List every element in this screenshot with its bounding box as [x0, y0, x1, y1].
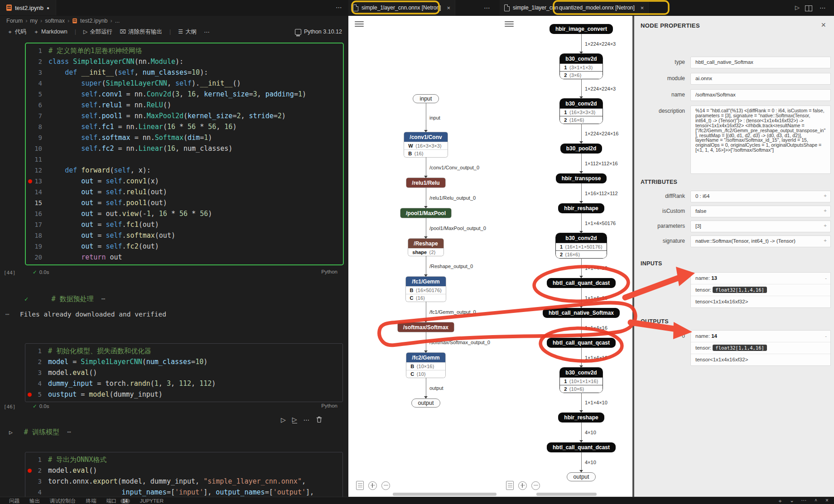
horizontal-scrollbar[interactable]	[393, 493, 497, 496]
code-line[interactable]: 9 self.softmax = nn.Softmax(dim=1)	[26, 132, 343, 143]
graph-node-b30-conv2d[interactable]: b30_conv2d1⟨10×1×1×16⟩2⟨10×6⟩	[560, 368, 603, 393]
run-all-button[interactable]: ▷全部运行	[83, 28, 112, 36]
graph-scrollbar[interactable]	[632, 16, 634, 497]
graph-node-hbtl-call-quant-qcast[interactable]: hbtl_call_quant_qcast	[547, 338, 616, 348]
graph-node-output[interactable]: output	[411, 398, 441, 408]
node-header[interactable]: /pool1/MaxPool	[400, 208, 451, 218]
code-line[interactable]: 1# 导出为ONNX格式	[25, 454, 342, 465]
code-line[interactable]: 4 input_names=['input'], output_names=['…	[25, 487, 342, 498]
node-param-row[interactable]: 2⟨10×6⟩	[560, 385, 603, 393]
code-line[interactable]: 17 out = self.fc1(out)	[26, 219, 343, 230]
add-code-button[interactable]: ＋代码	[7, 28, 26, 36]
attribute-value[interactable]: false+	[690, 206, 831, 217]
code-line[interactable]: 14 out = self.relu1(out)	[26, 187, 343, 197]
netron-menu-icon[interactable]	[505, 20, 514, 27]
panel-tab-端口[interactable]: 端口	[106, 498, 117, 504]
node-param-row[interactable]: B⟨16×50176⟩	[406, 286, 446, 294]
node-param-row[interactable]: C⟨10⟩	[406, 370, 445, 378]
code-line[interactable]: 8 self.fc1 = nn.Linear(16 * 56 * 56, 16)	[26, 121, 343, 132]
cell-language-label[interactable]: Python	[321, 269, 337, 274]
edge-label[interactable]: /relu1/Relu_output_0	[429, 195, 476, 201]
panel-action-icon[interactable]: ⌄	[790, 497, 794, 504]
graph-node-b30-conv2d[interactable]: b30_conv2d1⟨16×3×3×3⟩2⟨16×6⟩	[560, 99, 602, 124]
edge-label[interactable]: 1×224×224×3	[585, 41, 616, 47]
add-markdown-button[interactable]: ＋Markdown	[34, 28, 67, 36]
tensor-type-row[interactable]: tensor<1x1x4x16xf32>	[691, 296, 830, 307]
property-value[interactable]: /softmax/Softmax	[690, 89, 831, 101]
code-line[interactable]: 7 self.pool1 = nn.MaxPool2d(kernel_size=…	[26, 110, 343, 121]
node-param-row[interactable]: B⟨10×16⟩	[406, 362, 445, 370]
edge-label[interactable]: 1×1×4×50176	[585, 221, 616, 226]
code-line[interactable]: 2model.eval()	[25, 465, 342, 476]
graph-node-hbir-transpose[interactable]: hbir_transpose	[556, 173, 607, 183]
graph-node-input[interactable]: input	[413, 94, 439, 103]
breakpoint-dot[interactable]	[28, 393, 32, 397]
cell-language-label[interactable]: Python	[321, 403, 337, 408]
zoom-in-icon[interactable]	[368, 481, 377, 490]
run-editor-action-icon[interactable]: ▷	[795, 4, 800, 11]
delete-cell-icon[interactable]	[316, 416, 322, 423]
graph-edge[interactable]: /conv1/Conv_output_0	[351, 157, 501, 178]
node-header[interactable]: /relu1/Relu	[406, 178, 445, 187]
tab-simple-1layer-cnn-onnx[interactable]: simple_1layer_cnn.onnx [Netron] ×	[348, 0, 455, 15]
node-param-row[interactable]: 2⟨16×6⟩	[556, 250, 607, 258]
code-line[interactable]: 6 self.relu1 = nn.ReLU()	[26, 100, 343, 110]
edge-label[interactable]: /fc1/Gemm_output_0	[429, 309, 476, 315]
kernel-picker[interactable]: Python 3.10.12	[295, 26, 342, 38]
graph-node-hbtl-call-quant-dcast[interactable]: hbtl_call_quant_dcast	[547, 442, 616, 452]
tensor-row[interactable]: tensor: float32[1,1,4,16]	[691, 284, 830, 296]
panel-action-icon[interactable]: ×	[825, 497, 829, 504]
graph-node-hbtl-call-native-softmax[interactable]: hbtl_call_native_Softmax	[543, 308, 620, 318]
close-tab-icon[interactable]: ×	[447, 5, 450, 11]
graph-edge[interactable]: /softmax/Softmax_output_0	[351, 332, 501, 353]
panel-action-icon[interactable]: ＋	[777, 497, 783, 504]
graph-node-softmax-softmax[interactable]: /softmax/Softmax	[398, 322, 454, 332]
split-editor-icon[interactable]	[805, 5, 812, 11]
node-header[interactable]: b30_conv2d	[556, 233, 607, 243]
tensor-row[interactable]: tensor: float32[1,1,4,16]	[691, 342, 830, 354]
node-param-row[interactable]: 1⟨16×1×1×50176⟩	[556, 243, 607, 250]
graph-node-pool1-maxpool[interactable]: /pool1/MaxPool	[400, 208, 451, 218]
edge-label[interactable]: 1×224×224×16	[585, 131, 618, 136]
code-line[interactable]: 2class Simple1LayerCNN(nn.Module):	[26, 56, 343, 67]
graph-node-hbir-reshape[interactable]: hbir_reshape	[558, 203, 604, 213]
run-cell-button[interactable]: ▷	[281, 416, 286, 423]
breakpoint-dot[interactable]	[28, 179, 32, 183]
panel-tab-终端[interactable]: 终端	[86, 498, 96, 504]
edge-label[interactable]: 1×1×4×16	[585, 265, 607, 271]
attribute-value[interactable]: native::Softmax(Tensor, int64_t) -> (Ten…	[690, 235, 831, 247]
expand-icon[interactable]: +	[824, 223, 827, 228]
graph-node-b30-conv2d[interactable]: b30_conv2d1⟨16×1×1×50176⟩2⟨16×6⟩	[556, 233, 607, 258]
tensor-type-row[interactable]: tensor<1x1x4x16xf32>	[691, 354, 830, 365]
code-cell-2[interactable]: 1# 初始化模型、损失函数和优化器2model = Simple1LayerCN…	[25, 343, 343, 402]
code-line[interactable]: 5oustput = model(dummy_input)	[25, 389, 342, 400]
outline-button[interactable]: ☰大纲	[178, 28, 197, 36]
panel-tab-问题[interactable]: 问题	[9, 498, 19, 504]
node-header[interactable]: /conv1/Conv	[404, 132, 447, 142]
clear-outputs-button[interactable]: ⌧清除所有输出	[120, 28, 162, 36]
expand-icon[interactable]: +	[824, 238, 827, 243]
output-more-icon[interactable]: ⋯	[5, 311, 10, 318]
collapsed-cell-preprocess[interactable]: ✓ # 数据预处理 ⋯	[24, 293, 106, 304]
edge-label[interactable]: /softmax/Softmax_output_0	[429, 340, 490, 345]
edge-label[interactable]: 4×10	[585, 460, 596, 465]
breadcrumb-item[interactable]: ...	[115, 18, 120, 24]
node-header[interactable]: b30_conv2d	[560, 368, 603, 377]
node-header[interactable]: /Reshape	[408, 239, 443, 248]
edge-label[interactable]: input	[429, 115, 440, 120]
node-param-row[interactable]: 1⟨3×1×1×3⟩	[560, 63, 602, 71]
graph-edge[interactable]: output	[351, 378, 501, 398]
zoom-in-icon[interactable]	[518, 481, 527, 490]
code-line[interactable]: 2model = Simple1LayerCNN(num_classes=10)	[25, 356, 342, 367]
node-param-row[interactable]: 2⟨16×6⟩	[560, 116, 602, 124]
breadcrumb-item[interactable]: test2.ipynb	[80, 18, 107, 24]
tabbar-more-icon[interactable]: ⋯	[336, 4, 342, 11]
code-line[interactable]: 1# 初始化模型、损失函数和优化器	[25, 346, 342, 356]
node-param-row[interactable]: 1⟨10×1×1×16⟩	[560, 377, 603, 385]
edge-label[interactable]: /pool1/MaxPool_output_0	[429, 226, 486, 231]
editor-more-actions-icon[interactable]: ⋯	[820, 4, 826, 11]
graph-edge[interactable]: /fc1/Gemm_output_0	[351, 302, 501, 322]
code-line[interactable]: 5 self.conv1 = nn.Conv2d(3, 16, kernel_s…	[26, 89, 343, 100]
graph-edge[interactable]: input	[351, 103, 501, 132]
folded-ellipsis[interactable]: ⋯	[101, 295, 106, 303]
